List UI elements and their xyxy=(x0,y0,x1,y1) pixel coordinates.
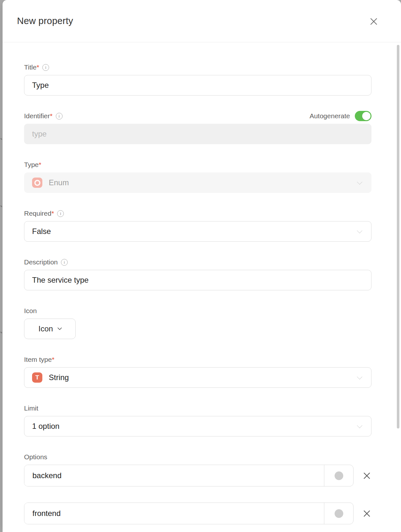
option-row xyxy=(24,465,401,486)
remove-option-button[interactable] xyxy=(362,509,371,518)
required-select[interactable]: False xyxy=(24,221,371,242)
info-icon[interactable]: i xyxy=(61,259,68,266)
remove-icon xyxy=(363,472,371,479)
backdrop-artifact xyxy=(0,138,3,140)
chevron-down-icon xyxy=(357,179,363,185)
identifier-input xyxy=(24,124,371,144)
required-asterisk: * xyxy=(51,210,54,217)
required-asterisk: * xyxy=(52,356,54,363)
option-color-picker[interactable] xyxy=(324,465,353,486)
type-select: Enum xyxy=(24,172,371,193)
modal-header: New property xyxy=(3,0,401,42)
field-type: Type* Enum xyxy=(24,161,401,193)
modal-scrollbar[interactable] xyxy=(397,45,399,428)
info-icon[interactable]: i xyxy=(56,113,63,120)
icon-picker-button[interactable]: Icon xyxy=(24,319,76,339)
required-asterisk: * xyxy=(37,63,39,71)
option-color-picker[interactable] xyxy=(324,503,353,524)
identifier-label: Identifier* xyxy=(24,112,53,120)
title-input[interactable] xyxy=(24,75,371,96)
item-type-select[interactable]: T String xyxy=(24,367,371,388)
icon-label: Icon xyxy=(24,307,37,315)
type-select-value: Enum xyxy=(49,178,69,187)
option-value-input[interactable] xyxy=(24,503,324,524)
field-options: Options xyxy=(24,453,401,524)
color-swatch-icon xyxy=(335,509,343,518)
limit-select-value: 1 option xyxy=(32,422,59,431)
title-label: Title* xyxy=(24,63,39,71)
modal-title: New property xyxy=(17,16,73,26)
field-title: Title* i xyxy=(24,63,401,96)
type-label: Type* xyxy=(24,161,41,169)
option-value-input[interactable] xyxy=(24,465,324,486)
field-required: Required* i False xyxy=(24,210,401,242)
backdrop-artifact xyxy=(0,205,3,207)
chevron-down-icon xyxy=(357,374,363,379)
field-item-type: Item type* T String xyxy=(24,356,401,388)
required-label: Required* xyxy=(24,210,54,217)
chevron-down-icon xyxy=(57,326,62,330)
close-button[interactable] xyxy=(368,16,379,27)
required-asterisk: * xyxy=(39,161,41,168)
item-type-label: Item type* xyxy=(24,356,55,363)
option-row xyxy=(24,503,401,524)
required-asterisk: * xyxy=(50,112,53,120)
item-type-select-value: String xyxy=(49,373,69,382)
color-swatch-icon xyxy=(335,471,343,480)
new-property-modal: New property Title* i Identifier* i xyxy=(3,0,401,532)
string-type-icon: T xyxy=(32,372,42,383)
field-limit: Limit 1 option xyxy=(24,404,401,436)
icon-picker-label: Icon xyxy=(38,324,53,333)
close-icon xyxy=(370,17,378,26)
remove-icon xyxy=(363,510,371,517)
toggle-knob-icon xyxy=(362,112,371,120)
chevron-down-icon xyxy=(357,228,363,233)
limit-label: Limit xyxy=(24,404,38,412)
backdrop-artifact xyxy=(0,331,3,333)
autogenerate-label: Autogenerate xyxy=(310,112,350,120)
info-icon[interactable]: i xyxy=(57,210,64,217)
field-identifier: Identifier* i Autogenerate xyxy=(24,112,401,144)
autogenerate-toggle[interactable] xyxy=(355,111,371,121)
remove-option-button[interactable] xyxy=(362,471,371,480)
info-icon[interactable]: i xyxy=(42,64,49,71)
modal-body: Title* i Identifier* i Autogenerate xyxy=(3,42,401,524)
chevron-down-icon xyxy=(357,423,363,428)
limit-select[interactable]: 1 option xyxy=(24,416,371,436)
description-input[interactable] xyxy=(24,270,371,290)
options-label: Options xyxy=(24,453,47,461)
field-icon: Icon Icon xyxy=(24,307,401,339)
required-select-value: False xyxy=(32,227,51,236)
description-label: Description xyxy=(24,258,58,266)
enum-icon xyxy=(32,178,42,188)
page-backdrop xyxy=(0,0,3,532)
field-description: Description i xyxy=(24,258,401,290)
